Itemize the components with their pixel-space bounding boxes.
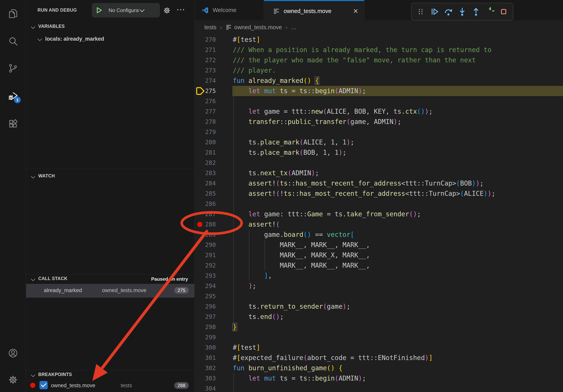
breakpoints-chevron-icon[interactable] [31, 373, 35, 377]
code-line[interactable]: ts.next_tx(ADMIN); [233, 168, 319, 178]
code-line[interactable]: let mut ts = ts::begin(ADMIN); [233, 86, 366, 96]
line-number[interactable]: 273 [194, 65, 219, 76]
variables-chevron-icon[interactable] [31, 25, 35, 29]
more-actions-icon[interactable]: ⋯ [176, 4, 185, 14]
settings-gear-icon[interactable] [8, 374, 18, 385]
line-number[interactable]: 274 [194, 76, 219, 86]
breadcrumb-item[interactable]: tests [204, 24, 217, 31]
locals-scope-label[interactable]: locals: already_marked [45, 36, 104, 42]
code-line[interactable]: #[test] [233, 342, 260, 353]
toolbar-drag-handle[interactable] [416, 7, 425, 16]
code-line[interactable]: /// the player who made the "false" move… [233, 55, 476, 65]
chevron-down-icon[interactable] [140, 7, 144, 12]
line-number[interactable]: 302 [194, 363, 219, 373]
line-number[interactable]: 297 [194, 312, 219, 322]
code-line[interactable]: MARK__, MARK__, MARK__, [233, 240, 370, 250]
explorer-icon[interactable] [8, 8, 18, 19]
code-line[interactable]: ], [233, 271, 272, 281]
line-number[interactable]: 303 [194, 373, 219, 383]
locals-chevron-icon[interactable] [38, 37, 42, 41]
extensions-icon[interactable] [8, 118, 18, 129]
line-number[interactable]: 280 [194, 137, 219, 147]
line-number[interactable]: 282 [194, 158, 219, 168]
code-line[interactable]: fun burn_unfinished_game() { [233, 363, 343, 373]
line-number[interactable]: 296 [194, 301, 219, 312]
source-control-icon[interactable] [8, 63, 18, 74]
breakpoint-list-item[interactable]: owned_tests.move tests 288 [26, 380, 194, 392]
line-number[interactable]: 295 [194, 291, 219, 301]
start-debug-icon[interactable] [95, 6, 103, 14]
call-stack-chevron-icon[interactable] [31, 277, 35, 281]
tab-label[interactable]: Welcome [213, 7, 236, 13]
tab-label[interactable]: owned_tests.move [284, 8, 332, 14]
restart-button[interactable] [485, 7, 494, 16]
line-number[interactable]: 287 [194, 209, 219, 219]
run-and-debug-icon[interactable]: 1 [8, 91, 18, 102]
code-line[interactable]: assert!( [233, 219, 280, 230]
code-line[interactable]: #[expected_failure(abort_code = ttt::ENo… [233, 353, 433, 363]
line-number[interactable]: 304 [194, 383, 219, 392]
code-line[interactable]: let game = ttt::new(ALICE, BOB, KEY, ts.… [233, 106, 433, 117]
line-number[interactable]: 279 [194, 127, 219, 137]
code-line[interactable]: game.board() == vector[ [233, 230, 354, 240]
code-line[interactable]: #[test] [233, 35, 260, 45]
code-line[interactable]: assert!(ts::has_most_recent_for_address<… [233, 178, 484, 188]
breadcrumb-item[interactable]: owned_tests.move [234, 24, 282, 31]
config-dropdown-label[interactable]: No Configura [108, 7, 139, 13]
line-number[interactable]: 272 [194, 55, 219, 65]
debug-config-control[interactable]: No Configura [92, 3, 160, 17]
search-icon[interactable] [8, 36, 18, 47]
code-line[interactable]: transfer::public_transfer(game, ADMIN); [233, 117, 401, 127]
line-number[interactable]: 289 [194, 230, 219, 240]
tab-welcome[interactable]: Welcome [194, 0, 264, 20]
step-into-button[interactable] [458, 7, 467, 16]
line-number[interactable]: 300 [194, 342, 219, 353]
code-line[interactable]: ts.place_mark(ALICE, 1, 1); [233, 137, 354, 147]
line-number[interactable]: 277 [194, 106, 219, 117]
account-icon[interactable] [8, 348, 18, 358]
code-line[interactable]: ); [233, 281, 256, 291]
line-number[interactable]: 298 [194, 322, 219, 332]
line-number[interactable]: 291 [194, 250, 219, 260]
code-line[interactable]: let mut ts = ts::begin(ADMIN); [233, 373, 366, 383]
line-number[interactable]: 299 [194, 332, 219, 342]
code-line[interactable]: ts.return_to_sender(game); [233, 301, 350, 312]
watch-chevron-icon[interactable] [31, 174, 35, 178]
breadcrumb-item[interactable]: … [291, 24, 297, 31]
call-stack-header[interactable]: CALL STACK [38, 276, 67, 281]
step-over-button[interactable] [444, 7, 453, 16]
code-line[interactable]: let game: ttt::Game = ts.take_from_sende… [233, 209, 421, 219]
code-line[interactable]: /// When a position is already marked, t… [233, 45, 491, 55]
code-line[interactable]: } [233, 322, 237, 332]
line-number[interactable]: 270 [194, 35, 219, 45]
watch-header[interactable]: WATCH [38, 173, 55, 179]
breakpoint-dot-icon[interactable] [197, 222, 202, 227]
line-number[interactable]: 276 [194, 96, 219, 106]
line-number[interactable]: 278 [194, 117, 219, 127]
line-number[interactable]: 284 [194, 178, 219, 188]
code-line[interactable]: fun already_marked() { [233, 76, 319, 86]
line-number[interactable]: 292 [194, 260, 219, 271]
code-line[interactable]: ts.place_mark(BOB, 1, 1); [233, 147, 346, 158]
call-stack-frame-row[interactable]: already_marked owned_tests.move 275 [26, 284, 194, 298]
close-icon[interactable] [353, 8, 359, 14]
line-number[interactable]: 294 [194, 281, 219, 291]
line-number[interactable]: 285 [194, 188, 219, 199]
variables-header[interactable]: VARIABLES [38, 24, 65, 29]
line-number[interactable]: 286 [194, 199, 219, 209]
line-number[interactable]: 301 [194, 353, 219, 363]
line-number[interactable]: 283 [194, 168, 219, 178]
code-line[interactable]: /// player. [233, 65, 276, 76]
line-number[interactable]: 290 [194, 240, 219, 250]
stop-button[interactable] [499, 7, 508, 16]
line-number[interactable]: 271 [194, 45, 219, 55]
debug-settings-gear-icon[interactable] [163, 6, 171, 15]
breakpoint-checkbox[interactable] [39, 381, 48, 389]
code-line[interactable]: ts.end(); [233, 312, 284, 322]
tab-owned-tests-move[interactable]: owned_tests.move [264, 0, 364, 21]
line-number[interactable]: 293 [194, 271, 219, 281]
breakpoints-header[interactable]: BREAKPOINTS [38, 372, 72, 377]
line-number[interactable]: 281 [194, 147, 219, 158]
code-line[interactable]: MARK__, MARK_X, MARK__, [233, 250, 370, 260]
step-out-button[interactable] [472, 7, 481, 16]
